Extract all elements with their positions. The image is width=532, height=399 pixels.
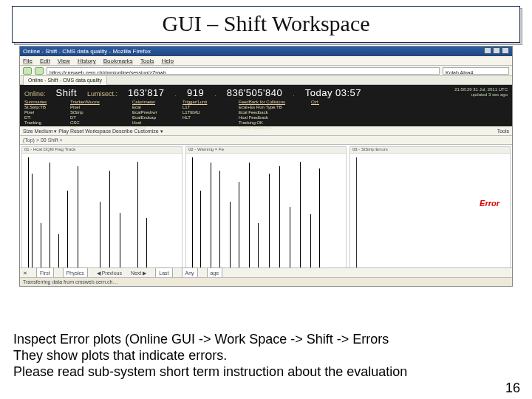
grid-cell[interactable]: RPC [70, 126, 129, 131]
back-icon[interactable] [23, 67, 32, 75]
nav-next[interactable]: Next ▶ [131, 268, 146, 278]
plot-1-title: 01 - Hcal DQM Flag Track [22, 147, 182, 154]
plot-3-title: 03 - SiStrip Errors [350, 147, 510, 154]
browser-menubar: File Edit View History Bookmarks Tools H… [20, 56, 512, 66]
grid-cell[interactable]: EcalPreshwr [132, 110, 180, 115]
plot-1[interactable]: 01 - Hcal DQM Flag Track [21, 146, 183, 276]
url-input[interactable]: https://cmsweb.cern.ch/dqm/online/sessio… [47, 67, 440, 75]
forward-icon[interactable] [35, 67, 44, 75]
col6-header[interactable]: Ctrl: [311, 100, 341, 105]
plot-2-area [192, 157, 340, 268]
browser-statusbar: Transferring data from cmsweb.cern.ch… [20, 277, 512, 286]
plot-3[interactable]: 03 - SiStrip Errors Error RT63'846 [349, 146, 511, 276]
close-button[interactable] [502, 47, 509, 54]
run-value: 163'817 [128, 87, 164, 98]
plot-3-area [356, 157, 504, 268]
lumi-value: 919 [187, 87, 204, 98]
menu-help[interactable]: Help [161, 56, 173, 65]
plot-2-title: 02 - Warning = Fe [186, 147, 346, 154]
grid-cell[interactable]: SiStrip [70, 110, 129, 115]
menu-tools[interactable]: Tools [140, 56, 154, 65]
search-input[interactable]: Kolab Alpa4 [443, 67, 509, 75]
grid-cell[interactable]: Pixel [70, 105, 129, 110]
slide-title-container: GUI – Shift Workspace [12, 6, 520, 43]
caption-line-2: They show plots that indicate errors. [13, 347, 519, 364]
grid-cell[interactable]: Tracking:OK [239, 120, 308, 126]
menu-view[interactable]: View [58, 56, 70, 65]
minimize-button[interactable] [484, 47, 491, 54]
grid-cell[interactable]: Hcal [132, 120, 180, 126]
plot-2[interactable]: 02 - Warning = Fe [185, 146, 347, 276]
slide-caption: Inspect Error plots (Online GUI -> Work … [13, 331, 519, 380]
grid-cell[interactable]: DT [70, 115, 129, 120]
grid-cell[interactable]: Castor [132, 126, 180, 131]
grid-cell[interactable]: Pixel [24, 110, 67, 115]
nav-prev[interactable]: ◀ Previous [97, 268, 122, 278]
window-title: Online - Shift - CMS data quality - Mozi… [23, 47, 151, 56]
title-box: GUI – Shift Workspace [12, 6, 520, 43]
grid-cell[interactable]: L1TEMU [183, 110, 236, 115]
browser-tab[interactable]: Online - Shift - CMS data quality [23, 75, 107, 85]
plot-row: 01 - Hcal DQM Flag Track 02 - Warning = … [20, 145, 512, 278]
grid-cell[interactable]: HLT [183, 115, 236, 120]
online-label: Online: [24, 90, 46, 98]
caption-line-1: Inspect Error plots (Online GUI -> Work … [13, 331, 519, 347]
col4-header[interactable]: Trigger/Lumi [183, 100, 236, 105]
lumi-label: Lumisect.: [87, 90, 117, 98]
grid-cell[interactable]: Tracking [24, 120, 67, 126]
grid-cell[interactable]: SiStrip:Noise:OK [239, 126, 308, 131]
dqm-timestamps: 21:58:29 31 Jul, 2011 UTC updated 3 sec … [454, 87, 508, 98]
error-label: Error [480, 199, 499, 208]
menu-bookmarks[interactable]: Bookmarks [103, 56, 133, 65]
browser-tabbar: Online - Shift - CMS data quality [20, 76, 512, 85]
grid-cell[interactable]: Ecal+Es Run Type:TB [239, 105, 308, 110]
window-buttons [484, 47, 509, 56]
col1-header[interactable]: Summaries [24, 100, 67, 105]
grid-cell[interactable]: L1T [183, 105, 236, 110]
dqm-infobar: Online: Shift Lumisect.: 163'817 . 919 .… [20, 85, 512, 126]
grid-cell[interactable]: DT: [24, 115, 67, 120]
caption-line-3: Please read sub-system short term instru… [13, 364, 519, 380]
col5-header[interactable]: FeedBack for Collisions [239, 100, 308, 105]
shift-label: Shift [56, 87, 78, 98]
maximize-button[interactable] [493, 47, 500, 54]
grid-cell[interactable]: St.Strip:TB [24, 105, 67, 110]
grid-cell[interactable]: Ecal [132, 105, 180, 110]
menu-history[interactable]: History [78, 56, 96, 65]
menu-file[interactable]: File [23, 56, 33, 65]
page-number: 16 [505, 381, 520, 396]
grid-cell[interactable]: CSC [70, 120, 129, 126]
grid-cell[interactable]: Hcal Feedback [239, 115, 308, 120]
timestamp-utc: 21:58:29 31 Jul, 2011 UTC [454, 87, 508, 92]
dqm-bottombar: ✕ First Physics ◀ Previous Next ▶ Last A… [20, 267, 512, 277]
browser-screenshot: Online - Shift - CMS data quality - Mozi… [19, 46, 513, 287]
menu-edit[interactable]: Edit [40, 56, 50, 65]
slide-title: GUI – Shift Workspace [13, 11, 519, 36]
grid-cell[interactable]: Ecal Feedback [239, 110, 308, 115]
today-label: Today 03:57 [305, 87, 361, 98]
timestamp-updated: updated 3 sec ago [454, 92, 508, 98]
event-value: 836'505'840 [227, 87, 283, 98]
grid-cell[interactable]: EcalEndcap [132, 115, 180, 120]
dqm-head: Online: Shift Lumisect.: 163'817 . 919 .… [24, 87, 508, 98]
col2-header[interactable]: Tracker/Muons [70, 100, 129, 105]
col3-header[interactable]: Calorimeter [132, 100, 180, 105]
window-titlebar: Online - Shift - CMS data quality - Mozi… [20, 47, 512, 56]
browser-addressbar: https://cmsweb.cern.ch/dqm/online/sessio… [20, 66, 512, 76]
dqm-breadcrumb[interactable]: (Top) > 00 Shift > [20, 136, 512, 145]
dqm-status-grid: Summaries Tracker/Muons Calorimeter Trig… [24, 100, 508, 131]
plot-1-area [28, 157, 176, 268]
